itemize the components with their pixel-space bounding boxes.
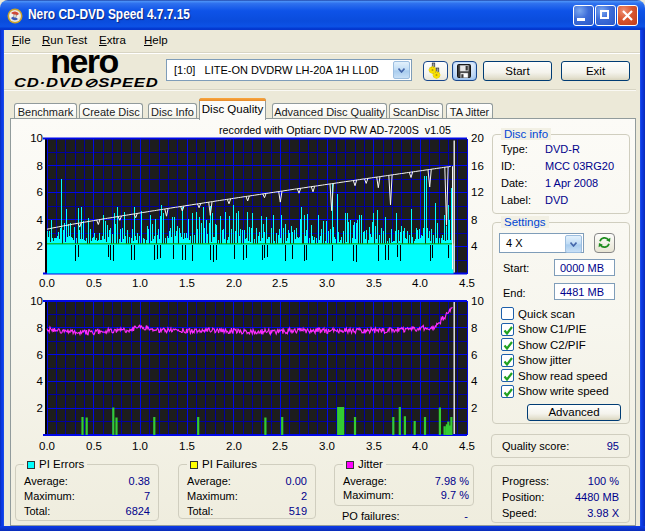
svg-text:1.0: 1.0 bbox=[132, 277, 148, 289]
svg-text:4.5: 4.5 bbox=[459, 440, 475, 452]
svg-text:1.0: 1.0 bbox=[132, 440, 148, 452]
svg-text:16: 16 bbox=[471, 160, 484, 172]
svg-text:8: 8 bbox=[37, 322, 43, 334]
svg-text:10: 10 bbox=[30, 295, 43, 307]
svg-text:8: 8 bbox=[471, 322, 477, 334]
svg-text:6: 6 bbox=[37, 186, 43, 198]
svg-text:1.5: 1.5 bbox=[179, 440, 195, 452]
svg-text:2: 2 bbox=[37, 402, 43, 414]
svg-text:2: 2 bbox=[37, 240, 43, 252]
svg-text:4.0: 4.0 bbox=[412, 277, 428, 289]
svg-text:4: 4 bbox=[471, 240, 478, 252]
svg-text:2: 2 bbox=[471, 402, 477, 414]
svg-text:4.0: 4.0 bbox=[412, 440, 428, 452]
svg-text:12: 12 bbox=[471, 186, 484, 198]
svg-text:3.0: 3.0 bbox=[319, 440, 335, 452]
svg-text:6: 6 bbox=[37, 349, 43, 361]
svg-text:6: 6 bbox=[471, 349, 477, 361]
svg-text:3.5: 3.5 bbox=[366, 440, 382, 452]
svg-text:10: 10 bbox=[471, 295, 484, 307]
svg-text:1.5: 1.5 bbox=[179, 277, 195, 289]
svg-text:8: 8 bbox=[471, 214, 477, 226]
svg-text:8: 8 bbox=[37, 160, 43, 172]
svg-text:4: 4 bbox=[37, 375, 44, 387]
svg-text:4.5: 4.5 bbox=[459, 277, 475, 289]
svg-text:0.0: 0.0 bbox=[39, 440, 55, 452]
svg-text:2.5: 2.5 bbox=[272, 277, 288, 289]
svg-text:3.5: 3.5 bbox=[366, 277, 382, 289]
svg-text:10: 10 bbox=[30, 132, 43, 144]
svg-text:4: 4 bbox=[37, 214, 44, 226]
svg-text:0.5: 0.5 bbox=[86, 440, 102, 452]
svg-text:2.0: 2.0 bbox=[226, 440, 242, 452]
svg-text:0.5: 0.5 bbox=[86, 277, 102, 289]
svg-text:2.0: 2.0 bbox=[226, 277, 242, 289]
svg-text:3.0: 3.0 bbox=[319, 277, 335, 289]
svg-text:2.5: 2.5 bbox=[272, 440, 288, 452]
svg-text:0.0: 0.0 bbox=[39, 277, 55, 289]
svg-text:4: 4 bbox=[471, 375, 478, 387]
svg-text:20: 20 bbox=[471, 132, 484, 144]
svg-text:recorded with Optiarc DVD RW A: recorded with Optiarc DVD RW AD-7200S v1… bbox=[219, 124, 451, 136]
